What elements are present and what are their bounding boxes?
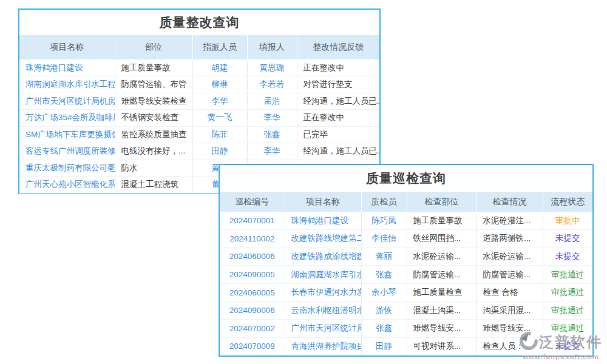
- cell-project[interactable]: 广州市天河区统计局机房: [285, 320, 361, 338]
- cell-inspector[interactable]: 田静: [361, 337, 407, 356]
- inspect-header-row: 巡检编号项目名称质检员检查部位检查情况流程状态: [220, 192, 592, 212]
- table-row: 2024070002广州市天河区统计局机房张鑫难燃导线安...难燃导线安...审…: [220, 320, 592, 338]
- table-row: 广州市天河区统计局机房改造难燃导线安装检查李华孟浩经沟通，施工人员已...: [19, 93, 379, 110]
- cell-situation: 沟渠采用混...: [476, 302, 543, 320]
- cell-reporter[interactable]: 李华: [247, 143, 297, 160]
- status-badge[interactable]: 未提交: [543, 337, 592, 356]
- cell-reporter[interactable]: 张鑫: [247, 126, 297, 143]
- status-badge[interactable]: 审批通过: [543, 266, 592, 284]
- cell-no[interactable]: 2024090005: [220, 266, 285, 284]
- cell-inspector[interactable]: 蒋丽: [361, 248, 407, 266]
- cell-reporter[interactable]: 孟浩: [247, 93, 297, 110]
- table-row: 2024090005湖南洞庭湖水库引水工程张鑫防腐管运输...防腐管运输...审…: [220, 266, 592, 284]
- cell-assignee[interactable]: 陈菲: [192, 126, 247, 143]
- cell-part: 施工质量检查: [407, 283, 476, 302]
- cell-assignee[interactable]: 柳琳: [192, 76, 247, 93]
- table-row: 2024090006云南水利枢纽潜明水库工游恢混凝土沟渠...沟渠采用混...审…: [220, 302, 592, 320]
- column-header: 项目名称: [19, 35, 115, 59]
- table-row: 2024110002改建铁路线增建第二线李佳怡铁丝网围挡...道路两侧铁...未…: [220, 230, 592, 248]
- cell-project[interactable]: 珠海鹤港口建设: [19, 59, 115, 76]
- status-badge[interactable]: 未提交: [543, 230, 592, 248]
- cell-part: 监控系统质量抽查: [115, 126, 192, 143]
- inspect-query-window: 质量巡检查询 巡检编号项目名称质检员检查部位检查情况流程状态 202407000…: [219, 164, 594, 357]
- cell-no[interactable]: 2024090006: [220, 302, 285, 320]
- cell-part: 难燃导线安...: [407, 320, 476, 338]
- cell-part: 混凝土沟渠...: [407, 302, 476, 320]
- cell-no[interactable]: 2024060006: [220, 248, 285, 266]
- cell-project[interactable]: 客运专线广州调度所装修项目: [19, 143, 115, 160]
- inspect-window-title: 质量巡检查询: [220, 165, 592, 192]
- cell-part: 施工质量事故: [115, 59, 192, 76]
- cell-part: 防腐管运输、布管: [115, 76, 192, 93]
- cell-project[interactable]: 长春市伊通河水力发电站: [285, 283, 361, 302]
- table-row: 湖南洞庭湖水库引水工程施工防腐管运输、布管柳琳李若若对管进行垫支: [19, 76, 379, 93]
- column-header: 项目名称: [285, 192, 361, 212]
- table-row: 2024060005长春市伊通河水力发电站余小琴施工质量检查检查 合格审批通过: [220, 283, 592, 302]
- table-row: 客运专线广州调度所装修项目电线没有接好，...田静李华经沟通，施工人员已...: [19, 143, 379, 160]
- cell-project[interactable]: 重庆太极制药有限公司亳州: [19, 160, 115, 177]
- cell-part: 可视对讲系...: [407, 337, 476, 356]
- cell-project[interactable]: 湖南洞庭湖水库引水工程施工: [19, 76, 115, 93]
- cell-project[interactable]: 改建铁路成渝线增建二线: [285, 248, 361, 266]
- cell-part: 不锈钢安装检查: [115, 110, 192, 127]
- cell-feedback: 正在整改中: [297, 110, 379, 127]
- cell-inspector[interactable]: 陈巧凤: [361, 212, 407, 230]
- cell-project[interactable]: 珠海鹤港口建设: [285, 212, 361, 230]
- cell-assignee[interactable]: 胡建: [192, 59, 247, 76]
- cell-feedback: 已完毕: [297, 126, 379, 143]
- status-badge[interactable]: 审批通过: [543, 283, 592, 302]
- cell-feedback: 正在整改中: [297, 59, 379, 76]
- cell-inspector[interactable]: 余小琴: [361, 283, 407, 302]
- column-header: 部位: [115, 35, 192, 59]
- status-badge[interactable]: 审批通过: [543, 320, 592, 338]
- cell-situation: 检查人员：...: [476, 337, 543, 356]
- status-badge[interactable]: 未提交: [543, 248, 592, 266]
- cell-inspector[interactable]: 张鑫: [361, 266, 407, 284]
- cell-no[interactable]: 2024070002: [220, 320, 285, 338]
- cell-inspector[interactable]: 游恢: [361, 302, 407, 320]
- cell-part: 难燃导线安装检查: [115, 93, 192, 110]
- cell-project[interactable]: 改建铁路线增建第二线: [285, 230, 361, 248]
- cell-project[interactable]: 广州市天河区统计局机房改造: [19, 93, 115, 110]
- cell-reporter[interactable]: 黄思璐: [247, 59, 297, 76]
- cell-feedback: 经沟通，施工人员已...: [297, 143, 379, 160]
- cell-project[interactable]: SM广场地下车库更换摄像机: [19, 126, 115, 143]
- cell-part: 混凝土工程浇筑: [115, 177, 192, 194]
- cell-assignee[interactable]: 黄一飞: [192, 110, 247, 127]
- cell-part: 铁丝网围挡...: [407, 230, 476, 248]
- status-badge[interactable]: 审批通过: [543, 302, 592, 320]
- cell-project[interactable]: 广州天心苑小区智能化系统: [19, 177, 115, 194]
- column-header: 指派人员: [192, 35, 247, 59]
- cell-inspector[interactable]: 李佳怡: [361, 230, 407, 248]
- cell-no[interactable]: 2024070001: [220, 212, 285, 230]
- cell-no[interactable]: 2024070009: [220, 337, 285, 356]
- cell-no[interactable]: 2024060005: [220, 283, 285, 302]
- table-row: SM广场地下车库更换摄像机监控系统质量抽查陈菲张鑫已完毕: [19, 126, 379, 143]
- cell-situation: 水泥砼灌注...: [476, 212, 543, 230]
- cell-no[interactable]: 2024110002: [220, 230, 285, 248]
- table-row: 2024070009青海洪湖养护院项目田静可视对讲系...检查人员：...未提交: [220, 337, 592, 356]
- cell-situation: 检查 合格: [476, 283, 543, 302]
- cell-project[interactable]: 云南水利枢纽潜明水库工: [285, 302, 361, 320]
- cell-feedback: 对管进行垫支: [297, 76, 379, 93]
- cell-situation: 水泥砼运输...: [476, 248, 543, 266]
- cell-part: 施工质量事故: [407, 212, 476, 230]
- inspect-table: 巡检编号项目名称质检员检查部位检查情况流程状态 2024070001珠海鹤港口建…: [220, 192, 592, 356]
- cell-project[interactable]: 万达广场35#会所及咖啡厅装: [19, 110, 115, 127]
- column-header: 填报人: [247, 35, 297, 59]
- column-header: 质检员: [361, 192, 407, 212]
- status-badge[interactable]: 审批中: [543, 212, 592, 230]
- table-row: 2024060006改建铁路成渝线增建二线蒋丽水泥砼运输...水泥砼运输...未…: [220, 248, 592, 266]
- cell-project[interactable]: 湖南洞庭湖水库引水工程: [285, 266, 361, 284]
- cell-project[interactable]: 青海洪湖养护院项目: [285, 337, 361, 356]
- cell-inspector[interactable]: 张鑫: [361, 320, 407, 338]
- cell-situation: 道路两侧铁...: [476, 230, 543, 248]
- cell-assignee[interactable]: 李华: [192, 93, 247, 110]
- rectify-window-title: 质量整改查询: [19, 10, 379, 35]
- cell-reporter[interactable]: 李若若: [247, 76, 297, 93]
- table-row: 2024070001珠海鹤港口建设陈巧凤施工质量事故水泥砼灌注...审批中: [220, 212, 592, 230]
- cell-situation: 难燃导线安...: [476, 320, 543, 338]
- cell-assignee[interactable]: 田静: [192, 143, 247, 160]
- column-header: 流程状态: [543, 192, 592, 212]
- cell-reporter[interactable]: 李华: [247, 110, 297, 127]
